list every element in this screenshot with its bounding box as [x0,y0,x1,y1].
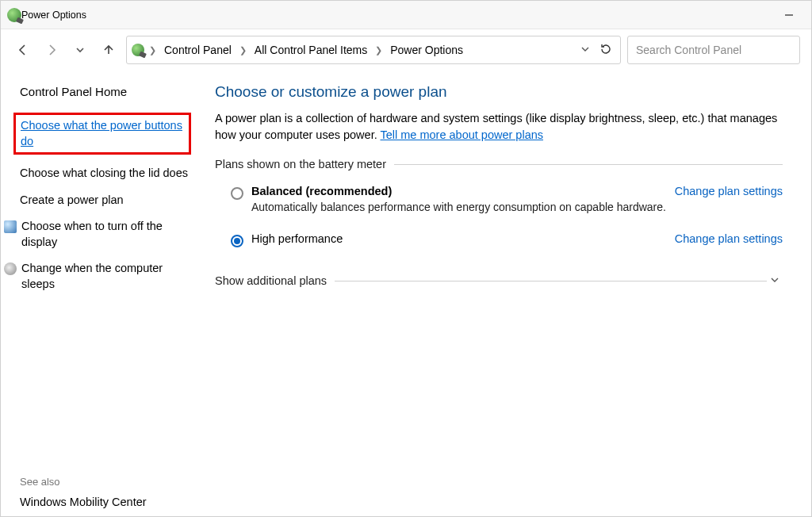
plans-fieldset: Plans shown on the battery meter Balance… [215,158,783,257]
refresh-button[interactable] [596,43,615,58]
recent-locations-button[interactable] [69,39,91,61]
search-input[interactable]: Search Control Panel [627,36,800,64]
breadcrumb-power-options[interactable]: Power Options [387,42,466,58]
minimize-button[interactable] [773,1,805,29]
sidebar: Control Panel Home Choose what the power… [1,71,205,517]
address-bar[interactable]: ❯ Control Panel ❯ All Control Panel Item… [126,36,621,64]
sidebar-link-label: Create a power plan [20,193,124,209]
see-also-mobility-center[interactable]: Windows Mobility Center [20,496,196,508]
monitor-icon [4,220,17,233]
see-also-label: See also [20,476,196,488]
main-panel: Choose or customize a power plan A power… [205,71,811,517]
breadcrumb-all-items[interactable]: All Control Panel Items [251,42,370,58]
address-bar-icon [132,44,144,56]
content-area: Control Panel Home Choose what the power… [1,71,811,517]
forward-button[interactable] [40,39,63,61]
sidebar-link-closing-lid[interactable]: Choose what closing the lid does [20,166,196,182]
chevron-right-icon: ❯ [373,45,384,56]
page-description: A power plan is a collection of hardware… [215,110,783,144]
plan-name: High performance [251,232,667,245]
chevron-right-icon: ❯ [238,45,248,56]
sidebar-link-label: Change when the computer sleeps [21,261,196,292]
sidebar-link-label: Choose what closing the lid does [20,166,188,182]
radio-balanced[interactable] [231,187,243,200]
sidebar-link-computer-sleeps[interactable]: Change when the computer sleeps [4,261,196,292]
navigation-toolbar: ❯ Control Panel ❯ All Control Panel Item… [1,29,811,71]
titlebar: Power Options [1,1,811,29]
sidebar-link-turn-off-display[interactable]: Choose when to turn off the display [4,219,196,250]
sleep-icon [4,262,17,275]
plans-legend: Plans shown on the battery meter [215,158,394,170]
plan-description: Automatically balances performance with … [251,201,667,213]
power-options-app-icon [7,8,21,22]
expand-additional-plans[interactable] [767,274,783,287]
up-button[interactable] [98,39,120,61]
breadcrumb-control-panel[interactable]: Control Panel [161,42,235,58]
chevron-right-icon: ❯ [147,45,158,56]
sidebar-link-power-buttons[interactable]: Choose what the power buttons do [13,113,191,155]
window-title: Power Options [21,10,86,21]
sidebar-link-label: Choose what the power buttons do [21,118,184,149]
page-heading: Choose or customize a power plan [215,83,783,101]
additional-plans-legend: Show additional plans [215,274,335,287]
additional-plans-fieldset: Show additional plans [215,274,783,287]
plan-name: Balanced (recommended) [251,185,667,197]
sidebar-link-create-plan[interactable]: Create a power plan [20,193,196,209]
divider [394,164,783,165]
change-plan-settings-link[interactable]: Change plan settings [675,185,783,197]
address-history-dropdown[interactable] [577,44,593,56]
plan-balanced[interactable]: Balanced (recommended) Automatically bal… [215,182,783,223]
tell-me-more-link[interactable]: Tell me more about power plans [380,128,543,141]
change-plan-settings-link[interactable]: Change plan settings [675,232,783,245]
control-panel-home-link[interactable]: Control Panel Home [20,85,196,98]
search-placeholder: Search Control Panel [636,44,741,56]
plan-high-performance[interactable]: High performance Change plan settings [215,223,783,257]
divider [335,281,767,281]
radio-high-performance[interactable] [231,235,243,247]
back-button[interactable] [12,39,34,61]
sidebar-link-label: Choose when to turn off the display [21,219,196,250]
